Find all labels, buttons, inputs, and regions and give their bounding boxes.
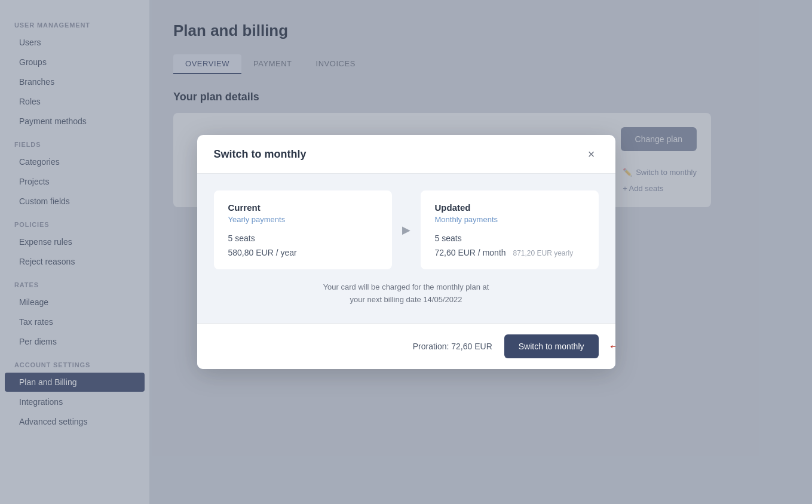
modal: Switch to monthly × Current Yearly payme… bbox=[197, 135, 615, 369]
current-plan-seats: 5 seats bbox=[228, 233, 378, 243]
updated-plan-price: 72,60 EUR / month 871,20 EUR yearly bbox=[435, 248, 584, 257]
current-plan-subtitle: Yearly payments bbox=[228, 215, 378, 224]
current-plan-title: Current bbox=[228, 202, 378, 213]
right-arrow-icon: ▶ bbox=[402, 223, 410, 236]
modal-title: Switch to monthly bbox=[214, 148, 307, 161]
current-plan-box: Current Yearly payments 5 seats 580,80 E… bbox=[214, 190, 392, 269]
plan-comparison: Current Yearly payments 5 seats 580,80 E… bbox=[214, 190, 599, 269]
modal-header: Switch to monthly × bbox=[197, 135, 615, 174]
updated-plan-yearly: 871,20 EUR yearly bbox=[513, 249, 573, 257]
arrow-indicator-icon: ← bbox=[608, 339, 615, 354]
updated-plan-subtitle: Monthly payments bbox=[435, 215, 584, 224]
modal-info: Your card will be charged for the monthl… bbox=[214, 281, 599, 306]
current-plan-price: 580,80 EUR / year bbox=[228, 248, 378, 257]
modal-footer: Proration: 72,60 EUR Switch to monthly ← bbox=[197, 323, 615, 369]
updated-plan-box: Updated Monthly payments 5 seats 72,60 E… bbox=[421, 190, 599, 269]
comparison-arrow: ▶ bbox=[392, 223, 421, 236]
confirm-switch-monthly-button[interactable]: Switch to monthly bbox=[504, 334, 599, 358]
proration-text: Proration: 72,60 EUR bbox=[413, 342, 492, 351]
updated-plan-title: Updated bbox=[435, 202, 584, 213]
modal-overlay[interactable]: Switch to monthly × Current Yearly payme… bbox=[0, 0, 812, 504]
updated-plan-seats: 5 seats bbox=[435, 233, 584, 243]
modal-body: Current Yearly payments 5 seats 580,80 E… bbox=[197, 174, 615, 323]
modal-close-button[interactable]: × bbox=[584, 147, 599, 161]
